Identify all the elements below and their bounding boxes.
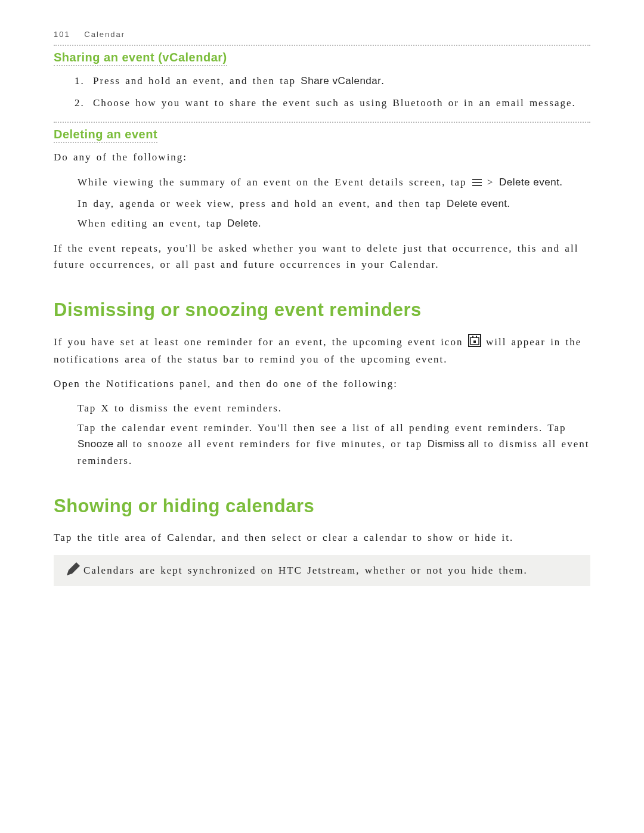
- heading-showing: Showing or hiding calendars: [54, 496, 590, 517]
- pen-icon: [62, 561, 83, 580]
- step-item: Choose how you want to share the event s…: [89, 95, 590, 111]
- list-item: When editing an event, tap Delete.: [78, 215, 590, 231]
- sharing-steps: Press and hold an event, and then tap Sh…: [54, 73, 590, 111]
- svg-rect-1: [472, 182, 482, 183]
- svg-rect-7: [473, 340, 476, 343]
- upcoming-event-icon: [468, 334, 481, 352]
- subheading-deleting: Deleting an event: [54, 122, 590, 141]
- svg-rect-2: [472, 185, 482, 186]
- svg-rect-0: [472, 179, 482, 180]
- page-number: 101: [54, 30, 70, 39]
- showing-para: Tap the title area of Calendar, and then…: [54, 530, 590, 546]
- subheading-sharing: Sharing an event (vCalendar): [54, 45, 590, 64]
- note-box: Calendars are kept synchronized on HTC J…: [54, 555, 590, 586]
- deleting-list: While viewing the summary of an event on…: [54, 174, 590, 232]
- svg-rect-5: [472, 336, 473, 338]
- menu-icon: [472, 176, 482, 192]
- deleting-footer: If the event repeats, you'll be asked wh…: [54, 241, 590, 272]
- list-item: Tap X to dismiss the event reminders.: [78, 400, 590, 416]
- svg-rect-6: [476, 336, 477, 338]
- note-text: Calendars are kept synchronized on HTC J…: [83, 563, 528, 578]
- list-item: In day, agenda or week view, press and h…: [78, 196, 590, 212]
- list-item: While viewing the summary of an event on…: [78, 174, 590, 192]
- page-header: 101 Calendar: [54, 30, 590, 39]
- deleting-intro: Do any of the following:: [54, 150, 590, 165]
- dismissing-para-2: Open the Notifications panel, and then d…: [54, 376, 590, 392]
- dismissing-para-1: If you have set at least one reminder fo…: [54, 334, 590, 368]
- dismissing-list: Tap X to dismiss the event reminders. Ta…: [54, 400, 590, 469]
- manual-page: 101 Calendar Sharing an event (vCalendar…: [0, 0, 644, 833]
- list-item: Tap the calendar event reminder. You'll …: [78, 420, 590, 469]
- heading-dismissing: Dismissing or snoozing event reminders: [54, 299, 590, 321]
- step-item: Press and hold an event, and then tap Sh…: [89, 73, 590, 89]
- section-title: Calendar: [84, 30, 125, 39]
